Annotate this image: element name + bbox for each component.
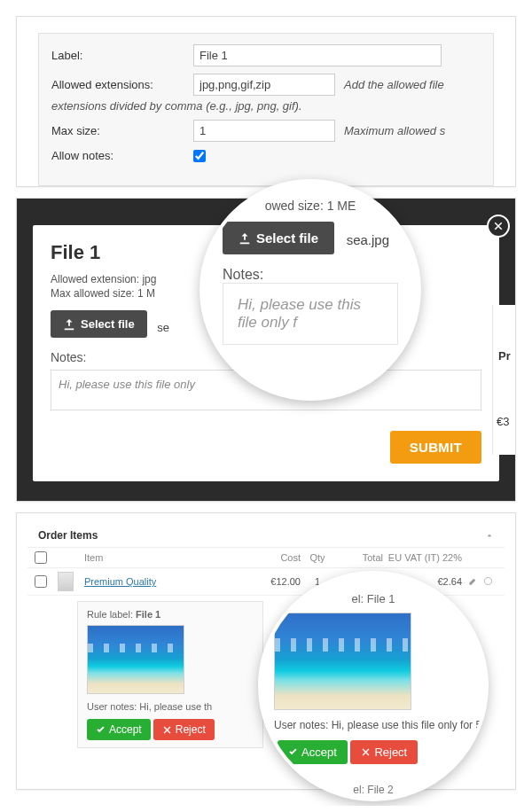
zoom-uploaded-image <box>274 613 411 710</box>
settings-form: Label: Allowed extensions: Add the allow… <box>38 33 494 186</box>
zoom-accept-button[interactable]: Accept <box>278 740 348 764</box>
panel-title: Order Items <box>38 529 98 542</box>
row-checkbox[interactable] <box>35 575 47 588</box>
product-thumb <box>58 572 74 591</box>
select-file-label: Select file <box>81 317 135 331</box>
select-all-checkbox[interactable] <box>35 551 47 564</box>
zoom-lens-orders: el: File 1 User notes: Hi, please use th… <box>258 571 489 801</box>
label-caption: Label: <box>51 49 184 62</box>
x-icon <box>162 725 172 735</box>
zoom-footer: el: File 2 <box>262 784 485 796</box>
col-cost: Cost <box>256 552 301 563</box>
price-value-fragment: €3 <box>497 415 509 428</box>
settings-panel: Label: Allowed extensions: Add the allow… <box>16 16 516 187</box>
chosen-file: se <box>157 321 169 334</box>
zoom-reject-label: Reject <box>374 746 407 759</box>
rule-label-value: File 1 <box>136 609 160 620</box>
row-cost: €12.00 <box>256 576 301 587</box>
ext-help-inline: Add the allowed file <box>344 78 444 91</box>
item-link[interactable]: Premium Quality <box>84 576 253 587</box>
submit-button[interactable]: SUBMIT <box>390 431 481 464</box>
user-notes: User notes: Hi, please use th <box>87 701 254 712</box>
row-actions <box>466 576 497 588</box>
zoom-user-notes: User notes: Hi, please use this file onl… <box>274 719 485 731</box>
col-qty: Qty <box>304 552 331 563</box>
zoom-reject-button[interactable]: Reject <box>350 740 418 764</box>
maxsize-help: Maximum allowed s <box>344 124 445 137</box>
edit-icon[interactable] <box>468 576 478 586</box>
x-icon <box>361 747 371 757</box>
select-file-button[interactable]: Select file <box>51 310 147 338</box>
accept-label: Accept <box>109 723 142 736</box>
uploaded-image-thumb <box>87 625 184 694</box>
svg-point-0 <box>484 577 491 584</box>
table-header: Item Cost Qty Total EU VAT (IT) 22% <box>27 548 505 568</box>
zoom-accept-label: Accept <box>301 746 337 759</box>
zoom-lens: owed size: 1 ME Select file sea.jpg Note… <box>200 179 421 401</box>
close-icon <box>493 221 504 231</box>
reject-label: Reject <box>176 723 206 736</box>
upload-icon <box>239 232 251 245</box>
rule-label-prefix: Rule label: <box>87 609 136 620</box>
col-total: Total <box>334 552 383 563</box>
check-icon <box>96 725 106 735</box>
price-header-fragment: Pr <box>498 349 511 363</box>
zoom-notes-value: Hi, please use this file only f <box>223 283 398 345</box>
upload-dialog-panel: File 1 Allowed extension: jpg Max allowe… <box>16 198 516 502</box>
col-item: Item <box>84 552 253 563</box>
ext-caption: Allowed extensions: <box>51 78 184 91</box>
allow-notes-caption: Allow notes: <box>51 149 184 162</box>
reject-button[interactable]: Reject <box>153 719 215 740</box>
accept-button[interactable]: Accept <box>87 719 151 740</box>
zoom-select-file-button[interactable]: Select file <box>223 222 334 254</box>
close-button[interactable] <box>487 215 510 238</box>
ext-help-block: extensions divided by comma (e.g., jpg, … <box>51 99 481 113</box>
check-icon <box>288 747 298 757</box>
collapse-icon[interactable] <box>485 531 494 540</box>
more-icon[interactable] <box>483 576 493 586</box>
col-vat: EU VAT (IT) 22% <box>387 552 462 563</box>
dark-backdrop: File 1 Allowed extension: jpg Max allowe… <box>17 199 515 501</box>
rule-card: Rule label: File 1 User notes: Hi, pleas… <box>77 601 263 748</box>
right-price-strip: Pr €3 <box>492 305 515 455</box>
upload-icon <box>63 318 75 331</box>
maxsize-caption: Max size: <box>51 124 184 137</box>
allowed-extensions-input[interactable] <box>193 74 335 96</box>
allow-notes-checkbox[interactable] <box>193 150 206 162</box>
zoom-size-line: owed size: 1 ME <box>223 199 398 213</box>
maxsize-input[interactable] <box>193 120 335 142</box>
zoom-chosen-file: sea.jpg <box>347 232 389 247</box>
label-input[interactable] <box>193 44 442 66</box>
zoom-select-file-label: Select file <box>256 230 318 246</box>
order-items-panel: Order Items Item Cost Qty Total EU VAT (… <box>16 512 516 790</box>
zoom-notes-label: Notes: <box>223 267 398 283</box>
